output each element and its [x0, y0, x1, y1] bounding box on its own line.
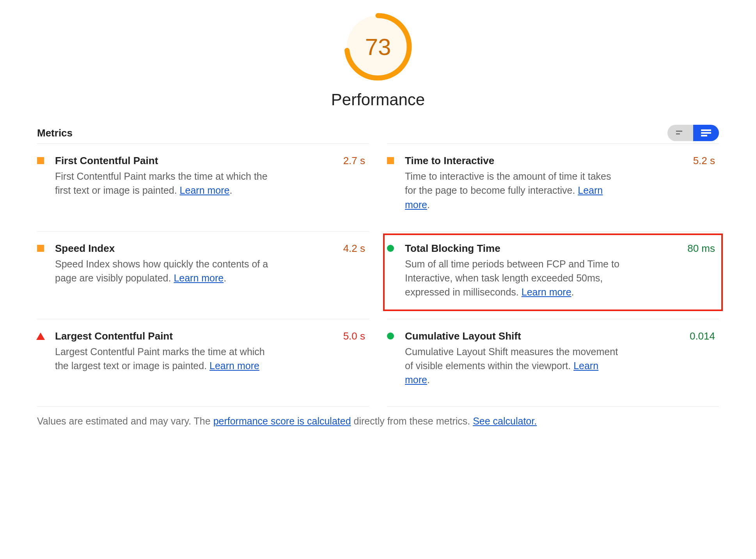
status-good-icon [387, 245, 394, 252]
svg-rect-3 [676, 133, 680, 134]
view-toggle-expanded[interactable] [693, 125, 719, 141]
status-icon-col [387, 155, 396, 212]
metric-name: Total Blocking Time [405, 242, 500, 255]
status-icon-col [37, 330, 46, 373]
learn-more-link[interactable]: Learn more [405, 185, 603, 210]
svg-rect-5 [701, 132, 711, 134]
status-icon-col [387, 242, 396, 299]
score-gauge: 73 [343, 12, 413, 82]
status-icon-col [37, 155, 46, 198]
status-average-icon [387, 157, 394, 164]
metric-description: Cumulative Layout Shift measures the mov… [405, 345, 623, 387]
metric-name: Cumulative Layout Shift [405, 330, 521, 342]
metric-value: 5.0 s [343, 330, 365, 342]
learn-more-link[interactable]: Learn more [209, 360, 259, 371]
metric-name: Speed Index [55, 242, 115, 255]
footer-text-mid: directly from these metrics. [351, 416, 473, 426]
footer-note: Values are estimated and may vary. The p… [37, 415, 719, 427]
expanded-view-icon [701, 129, 711, 136]
status-icon-col [37, 242, 46, 285]
metric-lcp: Largest Contentful Paint5.0 sLargest Con… [37, 319, 369, 393]
metric-tti: Time to Interactive5.2 sTime to interact… [387, 143, 719, 231]
footer-link-calculator[interactable]: See calculator. [473, 416, 537, 426]
metric-value: 0.014 [690, 330, 715, 342]
svg-rect-6 [701, 135, 707, 136]
metric-name: First Contentful Paint [55, 155, 158, 167]
metric-description: Speed Index shows how quickly the conten… [55, 257, 273, 285]
view-toggle-collapsed[interactable] [667, 125, 693, 141]
view-toggle [667, 125, 719, 141]
learn-more-link[interactable]: Learn more [522, 287, 571, 297]
metric-description: Time to interactive is the amount of tim… [405, 169, 623, 212]
metrics-label: Metrics [37, 127, 73, 139]
metric-value: 5.2 s [693, 155, 715, 167]
svg-rect-4 [701, 129, 711, 131]
metric-description: First Contentful Paint marks the time at… [55, 169, 273, 198]
status-average-icon [37, 157, 44, 164]
status-poor-icon [36, 333, 45, 340]
metric-cls: Cumulative Layout Shift0.014Cumulative L… [387, 319, 719, 407]
metric-si: Speed Index4.2 sSpeed Index shows how qu… [37, 231, 369, 305]
status-average-icon [37, 245, 44, 252]
metric-description: Sum of all time periods between FCP and … [405, 257, 623, 299]
metric-value: 4.2 s [343, 242, 365, 255]
learn-more-link[interactable]: Learn more [405, 360, 598, 385]
learn-more-link[interactable]: Learn more [180, 185, 230, 196]
status-good-icon [387, 333, 394, 340]
metric-name: Largest Contentful Paint [55, 330, 173, 342]
footer-separator [37, 406, 719, 407]
metrics-grid: First Contentful Paint2.7 sFirst Content… [37, 143, 719, 406]
metric-value: 80 ms [687, 242, 715, 255]
learn-more-link[interactable]: Learn more [174, 272, 224, 283]
metric-fcp: First Contentful Paint2.7 sFirst Content… [37, 143, 369, 217]
section-title: Performance [37, 90, 719, 109]
metrics-header-row: Metrics [37, 125, 719, 141]
collapsed-view-icon [676, 131, 685, 135]
score-value: 73 [343, 12, 413, 82]
svg-rect-2 [676, 131, 682, 132]
metric-description: Largest Contentful Paint marks the time … [55, 345, 273, 373]
footer-text-pre: Values are estimated and may vary. The [37, 416, 213, 426]
status-icon-col [387, 330, 396, 387]
metric-value: 2.7 s [343, 155, 365, 167]
metric-name: Time to Interactive [405, 155, 494, 167]
metric-tbt: Total Blocking Time80 msSum of all time … [387, 231, 719, 319]
performance-header: 73 Performance [37, 12, 719, 109]
footer-link-calculated[interactable]: performance score is calculated [213, 416, 351, 426]
